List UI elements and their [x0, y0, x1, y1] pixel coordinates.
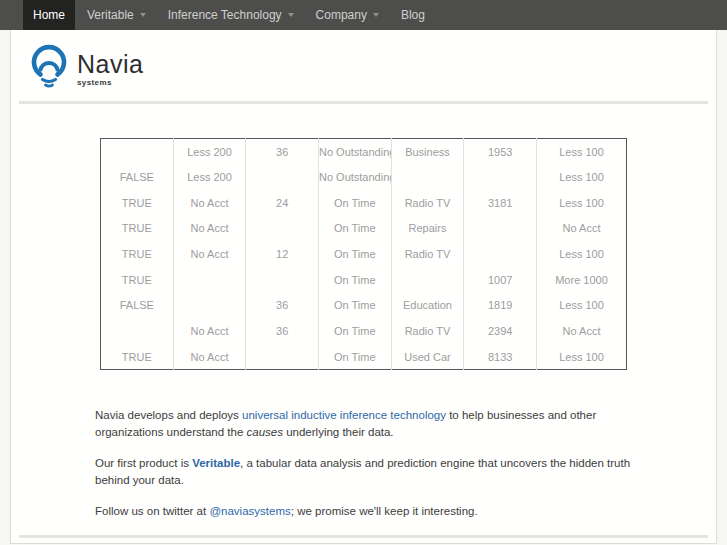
table-cell: 1819	[464, 293, 537, 319]
table-cell	[464, 241, 537, 267]
table-cell: Less 100	[537, 139, 627, 165]
text-segment: Navia develops and deploys	[95, 409, 242, 421]
table-cell	[391, 164, 464, 190]
veritable-link[interactable]: Veritable	[192, 457, 240, 469]
table-cell: On Time	[318, 318, 391, 344]
table-cell: No Acct	[173, 344, 246, 370]
table-cell	[246, 216, 319, 242]
table-cell: TRUE	[101, 267, 174, 293]
table-cell: No Acct	[173, 190, 246, 216]
table-cell	[101, 318, 174, 344]
table-cell: No Acct	[173, 318, 246, 344]
logo-text: Navia systems	[77, 52, 143, 87]
table-cell: 8133	[464, 344, 537, 370]
table-cell	[173, 293, 246, 319]
table-cell: On Time	[318, 241, 391, 267]
table-cell	[246, 164, 319, 190]
nav-item-veritable[interactable]: Veritable	[77, 0, 156, 30]
table-cell	[101, 139, 174, 165]
table-row: Less 20036No OutstandingBusiness1953Less…	[101, 139, 627, 165]
table-cell: Less 100	[537, 164, 627, 190]
table-cell: TRUE	[101, 216, 174, 242]
table-row: FALSELess 200No OutstandingLess 100	[101, 164, 627, 190]
table-row: FALSE36On TimeEducation1819Less 100	[101, 293, 627, 319]
table-cell: 12	[246, 241, 319, 267]
table-cell: Less 100	[537, 344, 627, 370]
table-row: TRUENo AcctOn TimeUsed Car8133Less 100	[101, 344, 627, 370]
table-cell: Business	[391, 139, 464, 165]
table-row: TRUENo AcctOn TimeRepairsNo Acct	[101, 216, 627, 242]
table-cell: Less 200	[173, 139, 246, 165]
content-card: Navia systems Less 20036No OutstandingBu…	[10, 30, 717, 544]
table-cell: Repairs	[391, 216, 464, 242]
table-cell	[464, 164, 537, 190]
table-cell: On Time	[318, 293, 391, 319]
twitter-link[interactable]: @naviasystems	[209, 505, 290, 517]
table-cell: FALSE	[101, 293, 174, 319]
chevron-down-icon	[288, 13, 294, 17]
table-cell: 36	[246, 139, 319, 165]
table-cell	[246, 267, 319, 293]
intro-paragraph: Navia develops and deploys universal ind…	[95, 407, 647, 441]
text-segment: ; we promise we'll keep it interesting.	[291, 505, 478, 517]
twitter-paragraph: Follow us on twitter at @naviasystems; w…	[95, 503, 647, 520]
data-table-body: Less 20036No OutstandingBusiness1953Less…	[101, 139, 627, 370]
inference-technology-link[interactable]: universal inductive inference technology	[242, 409, 446, 421]
nav-item-inference-technology[interactable]: Inference Technology	[158, 0, 304, 30]
table-row: No Acct36On TimeRadio TV2394No Acct	[101, 318, 627, 344]
chevron-down-icon	[373, 13, 379, 17]
table-cell: No Outstanding	[318, 164, 391, 190]
top-navbar: HomeVeritableInference TechnologyCompany…	[0, 0, 727, 30]
brand-subtitle: systems	[77, 78, 143, 87]
table-cell: Less 100	[537, 241, 627, 267]
nav-item-home[interactable]: Home	[23, 0, 75, 30]
table-cell	[173, 267, 246, 293]
table-cell: Less 100	[537, 190, 627, 216]
table-cell: On Time	[318, 344, 391, 370]
table-cell: FALSE	[101, 164, 174, 190]
table-cell: Less 100	[537, 293, 627, 319]
table-cell: Education	[391, 293, 464, 319]
table-cell: 2394	[464, 318, 537, 344]
table-cell: Radio TV	[391, 190, 464, 216]
navia-logo[interactable]: Navia systems	[28, 42, 143, 94]
table-cell: No Acct	[173, 241, 246, 267]
table-cell: Less 200	[173, 164, 246, 190]
table-cell: 36	[246, 318, 319, 344]
table-cell: Radio TV	[391, 318, 464, 344]
table-cell: 1007	[464, 267, 537, 293]
table-cell: TRUE	[101, 190, 174, 216]
table-cell: 24	[246, 190, 319, 216]
table-cell: Radio TV	[391, 241, 464, 267]
text-segment: Our first product is	[95, 457, 192, 469]
table-cell	[391, 267, 464, 293]
table-cell: On Time	[318, 267, 391, 293]
table-cell: No Acct	[537, 318, 627, 344]
data-table: Less 20036No OutstandingBusiness1953Less…	[100, 138, 627, 370]
table-cell: No Outstanding	[318, 139, 391, 165]
chevron-down-icon	[140, 13, 146, 17]
text-segment: underlying their data.	[283, 426, 394, 438]
table-cell: TRUE	[101, 241, 174, 267]
footer-divider	[19, 535, 708, 538]
table-cell: No Acct	[537, 216, 627, 242]
table-cell: On Time	[318, 216, 391, 242]
table-cell: Used Car	[391, 344, 464, 370]
intro-copy: Navia develops and deploys universal ind…	[95, 407, 647, 520]
nav-item-blog[interactable]: Blog	[391, 0, 435, 30]
table-cell: 1953	[464, 139, 537, 165]
table-cell	[246, 344, 319, 370]
table-cell: More 1000	[537, 267, 627, 293]
table-cell	[464, 216, 537, 242]
table-cell: On Time	[318, 190, 391, 216]
header-divider	[19, 101, 708, 104]
causes-emphasis: causes	[247, 426, 283, 438]
text-segment: Follow us on twitter at	[95, 505, 209, 517]
product-paragraph: Our first product is Veritable, a tabula…	[95, 455, 647, 489]
brand-name: Navia	[77, 52, 143, 77]
table-cell: 3181	[464, 190, 537, 216]
table-row: TRUENo Acct12On TimeRadio TVLess 100	[101, 241, 627, 267]
table-cell: No Acct	[173, 216, 246, 242]
nav-item-company[interactable]: Company	[306, 0, 389, 30]
navia-logo-icon	[28, 42, 70, 94]
